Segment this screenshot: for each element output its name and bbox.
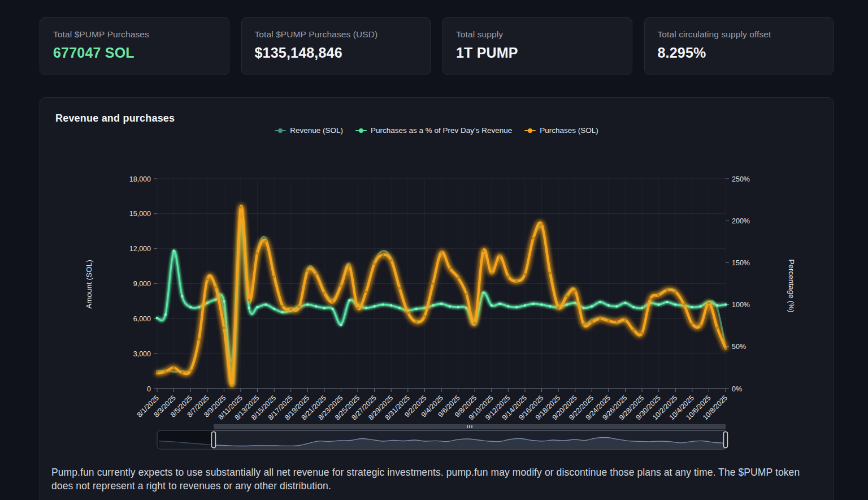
svg-text:250%: 250%	[732, 175, 750, 183]
svg-text:6,000: 6,000	[133, 315, 151, 323]
dashboard-page: Total $PUMP Purchases 677047 SOL Total $…	[0, 0, 868, 500]
stat-card-label: Total supply	[456, 29, 619, 40]
svg-text:0%: 0%	[732, 385, 742, 393]
svg-text:18,000: 18,000	[129, 175, 151, 183]
x-axis-labels: 8/1/20258/3/20258/5/20258/7/20258/9/2025…	[136, 389, 729, 421]
brush-grip-icon	[467, 425, 468, 428]
stat-card-circulating-offset: Total circulating supply offset 8.295%	[644, 17, 834, 75]
svg-text:12,000: 12,000	[129, 245, 151, 253]
svg-text:9,000: 9,000	[133, 280, 151, 288]
chart-plot-area[interactable]: 03,0006,0009,00012,00015,00018,0000%50%1…	[40, 98, 834, 500]
svg-text:150%: 150%	[732, 259, 750, 267]
svg-text:100%: 100%	[732, 301, 750, 309]
revenue-purchases-chart-card: Revenue and purchases Revenue (SOL) Purc…	[40, 97, 834, 500]
stat-card-value: $135,148,846	[255, 45, 418, 61]
brush-selection[interactable]	[214, 430, 726, 449]
stats-row: Total $PUMP Purchases 677047 SOL Total $…	[40, 17, 834, 75]
brush-handle-right[interactable]	[724, 432, 728, 448]
stat-card-value: 677047 SOL	[53, 45, 216, 61]
svg-text:15,000: 15,000	[129, 210, 151, 218]
brush-handle-left[interactable]	[211, 432, 215, 448]
stat-card-total-purchases: Total $PUMP Purchases 677047 SOL	[40, 17, 229, 75]
stat-card-total-purchases-usd: Total $PUMP Purchases (USD) $135,148,846	[241, 17, 431, 75]
brush-grip-icon	[469, 425, 470, 428]
stat-card-label: Total circulating supply offset	[658, 29, 821, 40]
svg-text:0: 0	[147, 385, 151, 393]
svg-text:200%: 200%	[732, 217, 750, 225]
brush-navigator	[157, 424, 728, 449]
svg-text:3,000: 3,000	[133, 350, 151, 358]
brush-grip-icon	[471, 425, 472, 428]
gridlines: 03,0006,0009,00012,00015,00018,0000%50%1…	[129, 175, 750, 393]
footer-disclaimer: Pump.fun currently expects to use substa…	[51, 465, 814, 493]
stat-card-label: Total $PUMP Purchases (USD)	[255, 29, 418, 40]
stat-card-total-supply: Total supply 1T PUMP	[442, 17, 632, 75]
stat-card-value: 1T PUMP	[456, 45, 619, 61]
stat-card-label: Total $PUMP Purchases	[53, 29, 216, 40]
svg-text:50%: 50%	[732, 343, 746, 351]
stat-card-value: 8.295%	[658, 45, 821, 61]
